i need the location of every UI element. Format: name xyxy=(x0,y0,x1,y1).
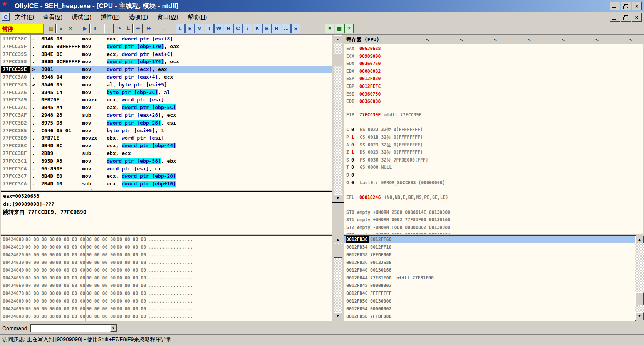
flag-row[interactable]: P1CS 001B 32位 0(FFFFFFFF) xyxy=(344,134,643,141)
menu-item-0[interactable]: 文件(F) xyxy=(11,12,38,22)
stack-row[interactable]: 0012FD4800000002 xyxy=(344,282,635,289)
stack-row[interactable]: 0012FD587FFDF000 xyxy=(344,313,635,320)
view-executables-button[interactable]: E xyxy=(185,24,195,33)
disasm-row[interactable]: 77FCC3C1.895D A8movdword ptr [ebp-58], e… xyxy=(1,157,332,165)
stack-pane[interactable]: 0012FD300012FF680012FD340012FF100012FD38… xyxy=(344,235,636,321)
view-references-button[interactable]: R xyxy=(272,24,281,33)
register-row[interactable]: ESP0012FD30 xyxy=(344,75,643,83)
register-row[interactable]: EDX00360750 xyxy=(344,60,643,68)
fpu-register-row[interactable]: ST0 empty +UNORM 2588 0000014E 00130000 xyxy=(344,209,643,217)
scroll-down-button[interactable]: ▼ xyxy=(334,194,342,202)
disasm-row[interactable]: 77FCC3A9.0FB70Emovzxecx, word ptr [esi] xyxy=(1,96,332,104)
open-file-button[interactable]: ▨ xyxy=(47,24,56,33)
menu-item-2[interactable]: 调试(D) xyxy=(68,12,95,22)
dump-row[interactable]: 0042408000 00 00 0000 00 00 0000 00 00 0… xyxy=(1,297,332,305)
scrollbar-thumb[interactable] xyxy=(334,244,342,258)
dump-row[interactable]: 0042404000 00 00 0000 00 00 0000 00 00 0… xyxy=(1,266,332,274)
flag-row[interactable]: C0ES 0023 32位 0(FFFFFFFF) xyxy=(344,126,643,134)
menu-item-4[interactable]: 选项(T) xyxy=(125,12,152,22)
dump-row[interactable]: 0042400000 00 00 0000 00 00 0000 00 00 0… xyxy=(1,236,332,243)
view-breakpoints-button[interactable]: B xyxy=(262,24,272,33)
menu-item-6[interactable]: 帮助(H) xyxy=(183,12,211,22)
dump-row[interactable]: 004240A000 00 00 0000 00 00 0000 00 00 0… xyxy=(1,313,332,320)
disasm-row[interactable]: 77FCC3A0.8948 04movdword ptr [eax+4], ec… xyxy=(1,73,332,81)
pane-header-arrow-icon[interactable]: < xyxy=(494,35,497,44)
view-source-button[interactable]: S xyxy=(291,24,300,33)
view-windows-button[interactable]: W xyxy=(214,24,223,33)
options-button[interactable]: ≡ xyxy=(325,24,334,33)
stack-row[interactable]: 0012FD387FFDF000 xyxy=(344,251,635,259)
dropdown-arrow-button[interactable]: ▼ xyxy=(110,325,117,332)
restore-button[interactable] xyxy=(621,2,631,10)
pane-header-arrow-icon[interactable]: < xyxy=(562,35,565,44)
hex-dump-pane[interactable]: 0042400000 00 00 0000 00 00 0000 00 00 0… xyxy=(1,235,332,321)
pane-header-arrow-icon[interactable]: < xyxy=(595,35,599,44)
view-patches-button[interactable]: / xyxy=(243,24,252,33)
disasm-row[interactable]: 77FCC38F.8985 90FEFFFFmovdword ptr [ebp-… xyxy=(1,43,332,50)
dump-row[interactable]: 0042403000 00 00 0000 00 00 0000 00 00 0… xyxy=(1,259,332,266)
cpu-window-icon[interactable]: C xyxy=(2,13,10,21)
registers-pane[interactable]: 寄存器 (FPU) <<<<<<< EAX00520688ECX90909090… xyxy=(344,35,643,234)
pause-button[interactable]: ‖ xyxy=(90,24,99,33)
step-over-button[interactable]: ↷ xyxy=(114,24,123,33)
column-divider[interactable] xyxy=(80,35,81,190)
scroll-up-button[interactable]: ▲ xyxy=(635,236,644,243)
disasm-row[interactable]: 77FCC3CD51pushecx xyxy=(1,188,332,190)
flag-row[interactable]: T0GS 0000 NULL xyxy=(344,164,643,172)
dump-row[interactable]: 0042405000 00 00 0000 00 00 0000 00 00 0… xyxy=(1,274,332,282)
register-row[interactable]: ESI00360750 xyxy=(344,91,643,98)
register-row[interactable]: EFL00010246(NO,NB,E,BE,NS,PE,GE,LE) xyxy=(344,194,643,202)
view-threads-button[interactable]: T xyxy=(205,24,214,33)
animate-over-button[interactable]: ↠ xyxy=(133,24,143,33)
fpu-register-row[interactable]: ST1 empty +UNORM 0002 77F81F00 00130168 xyxy=(344,216,643,224)
disasm-row[interactable]: 77FCC3A6.8845 C4movbyte ptr [ebp-3C], al xyxy=(1,89,332,96)
stack-row[interactable]: 0012FD5000130000 xyxy=(344,297,635,305)
run-button[interactable]: ▶ xyxy=(80,24,90,33)
disasm-row[interactable]: 77FCC3A3>8A46 05moval, byte ptr [esi+5] xyxy=(1,81,332,89)
dump-row[interactable]: 0042401000 00 00 0000 00 00 0000 00 00 0… xyxy=(1,243,332,251)
flag-row[interactable]: O0LastErr ERROR_SUCCESS (00000000) xyxy=(344,179,643,187)
stack-row[interactable]: 0012FD340012FF10 xyxy=(344,243,635,251)
menu-item-3[interactable]: 插件(P) xyxy=(97,12,124,22)
restart-button[interactable]: « xyxy=(56,24,65,33)
appearance-button[interactable]: ▦ xyxy=(335,24,344,33)
scroll-down-button[interactable]: ▼ xyxy=(334,312,342,320)
disasm-row[interactable]: 77FCC3BF.2BD9subebx, ecx xyxy=(1,150,332,157)
register-row[interactable]: EBX00000002 xyxy=(344,68,643,76)
scroll-up-button[interactable]: ▲ xyxy=(334,35,342,43)
close-program-button[interactable]: × xyxy=(66,24,75,33)
disasm-row[interactable]: 77FCC3AC.8B45 A4moveax, dword ptr [ebp-5… xyxy=(1,104,332,111)
register-row[interactable]: EAX00520688 xyxy=(344,45,643,53)
stack-row[interactable]: 0012FD4477F81F00ntdll.77F81F00 xyxy=(344,274,635,282)
command-input[interactable]: ▼ xyxy=(30,324,117,332)
disasm-row[interactable]: 77FCC3B2.8975 D8movdword ptr [ebp-28], e… xyxy=(1,119,332,127)
execute-till-return-button[interactable]: ↦ xyxy=(144,24,153,33)
dump-row[interactable]: 0042406000 00 00 0000 00 00 0000 00 00 0… xyxy=(1,282,332,289)
register-row[interactable]: EBP0012FEFC xyxy=(344,83,643,91)
pane-header-arrow-icon[interactable]: < xyxy=(629,35,632,44)
stack-row[interactable]: 0012FD300012FF68 xyxy=(344,236,635,243)
scroll-down-button[interactable]: ▼ xyxy=(635,312,644,320)
disasm-row[interactable]: 77FCC3B5.C646 05 01movbyte ptr [esi+5], … xyxy=(1,127,332,135)
view-run-trace-button[interactable]: … xyxy=(282,24,291,33)
close-button[interactable]: × xyxy=(632,2,642,10)
register-row[interactable]: ECX90909090 xyxy=(344,53,643,61)
scroll-up-button[interactable]: ▲ xyxy=(334,236,342,243)
disasm-row[interactable]: 77FCC3BC.8B4D BCmovecx, dword ptr [ebp-4… xyxy=(1,142,332,150)
disasm-row[interactable]: 77FCC38C.8B46 08moveax, dword ptr [esi+8… xyxy=(1,35,332,43)
stack-row[interactable]: 0012FD4CFFFFFFFF xyxy=(344,289,635,297)
view-handles-button[interactable]: H xyxy=(224,24,233,33)
view-memory-button[interactable]: M xyxy=(195,24,204,33)
flag-row[interactable]: Z1DS 0023 32位 0(FFFFFFFF) xyxy=(344,149,643,157)
view-call-stack-button[interactable]: K xyxy=(253,24,262,33)
disasm-row[interactable]: 77FCC3B9.0FB71Emovzxebx, word ptr [esi] xyxy=(1,134,332,142)
child-close-button[interactable]: × xyxy=(632,13,642,22)
disasm-row[interactable]: 77FCC3C7.8B4D E0movecx, dword ptr [ebp-2… xyxy=(1,172,332,180)
pane-header-arrow-icon[interactable]: < xyxy=(460,35,463,44)
view-cpu-button[interactable]: C xyxy=(233,24,243,33)
pane-header-arrow-icon[interactable]: < xyxy=(426,35,429,44)
menu-item-1[interactable]: 查看(V) xyxy=(39,12,66,22)
scrollbar-thumb[interactable] xyxy=(635,292,644,305)
stack-row[interactable]: 0012FD4000130168 xyxy=(344,266,635,274)
view-log-button[interactable]: L xyxy=(176,24,185,33)
